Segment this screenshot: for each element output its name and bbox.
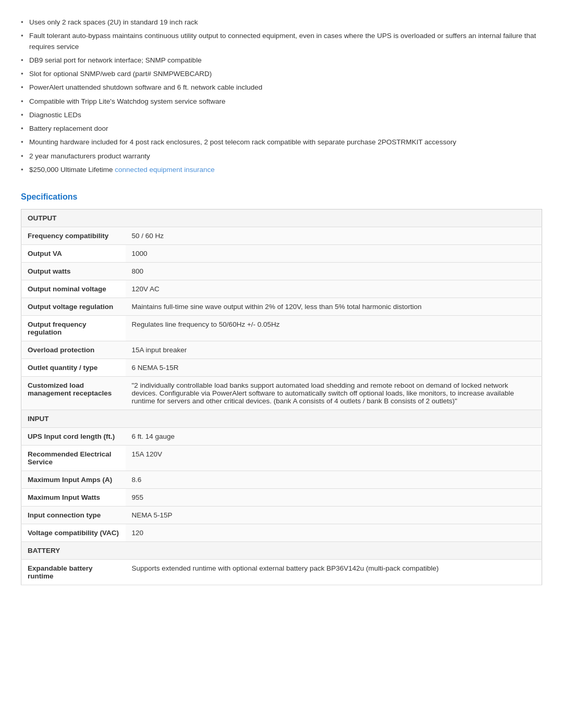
spec-value: 120V AC: [126, 280, 542, 298]
table-row: Input connection typeNEMA 5-15P: [21, 507, 542, 524]
spec-label: Output VA: [21, 245, 126, 263]
spec-value: NEMA 5-15P: [126, 507, 542, 524]
spec-label: Maximum Input Watts: [21, 489, 126, 507]
table-row: Expandable battery runtimeSupports exten…: [21, 560, 542, 585]
table-row: Output watts800: [21, 263, 542, 280]
bullet-item: $250,000 Ultimate Lifetime connected equ…: [21, 163, 542, 177]
spec-label: Recommended Electrical Service: [21, 446, 126, 471]
spec-value: 1000: [126, 245, 542, 263]
spec-value: Supports extended runtime with optional …: [126, 560, 542, 585]
section-header-cell: INPUT: [21, 410, 542, 428]
spec-value: 800: [126, 263, 542, 280]
spec-label: Voltage compatibility (VAC): [21, 524, 126, 542]
table-row: Maximum Input Amps (A)8.6: [21, 471, 542, 489]
table-row: Output VA1000: [21, 245, 542, 263]
table-row: UPS Input cord length (ft.)6 ft. 14 gaug…: [21, 428, 542, 446]
bullet-item: DB9 serial port for network interface; S…: [21, 54, 542, 67]
spec-label: Output nominal voltage: [21, 280, 126, 298]
spec-label: Output frequency regulation: [21, 316, 126, 341]
section-header-row: OUTPUT: [21, 209, 542, 227]
table-row: Frequency compatibility50 / 60 Hz: [21, 227, 542, 245]
spec-label: Input connection type: [21, 507, 126, 524]
specifications-heading: Specifications: [21, 192, 542, 202]
bullet-item: Battery replacement door: [21, 122, 542, 135]
bullet-item: Diagnostic LEDs: [21, 108, 542, 122]
spec-label: Frequency compatibility: [21, 227, 126, 245]
spec-value: Regulates line frequency to 50/60Hz +/- …: [126, 316, 542, 341]
spec-value: 6 ft. 14 gauge: [126, 428, 542, 446]
spec-value: 120: [126, 524, 542, 542]
spec-label: Expandable battery runtime: [21, 560, 126, 585]
bullet-item: Slot for optional SNMP/web card (part# S…: [21, 67, 542, 81]
spec-label: Maximum Input Amps (A): [21, 471, 126, 489]
spec-label: Customized load management receptacles: [21, 377, 126, 410]
spec-label: Overload protection: [21, 341, 126, 359]
table-row: Overload protection15A input breaker: [21, 341, 542, 359]
spec-value: Maintains full-time sine wave output wit…: [126, 298, 542, 316]
spec-label: Outlet quantity / type: [21, 359, 126, 377]
specifications-table: OUTPUTFrequency compatibility50 / 60 HzO…: [21, 209, 542, 585]
table-row: Output frequency regulationRegulates lin…: [21, 316, 542, 341]
spec-value: 15A input breaker: [126, 341, 542, 359]
table-row: Maximum Input Watts955: [21, 489, 542, 507]
table-row: Output voltage regulationMaintains full-…: [21, 298, 542, 316]
bullet-item: Uses only 2 rack spaces (2U) in standard…: [21, 16, 542, 29]
table-row: Recommended Electrical Service15A 120V: [21, 446, 542, 471]
bullet-item: 2 year manufacturers product warranty: [21, 150, 542, 163]
table-row: Voltage compatibility (VAC)120: [21, 524, 542, 542]
bullet-item: PowerAlert unattended shutdown software …: [21, 81, 542, 94]
bullet-item: Compatible with Tripp Lite's Watchdog sy…: [21, 95, 542, 108]
feature-list: Uses only 2 rack spaces (2U) in standard…: [21, 16, 542, 177]
table-row: Customized load management receptacles"2…: [21, 377, 542, 410]
section-header-cell: BATTERY: [21, 542, 542, 560]
table-row: Outlet quantity / type6 NEMA 5-15R: [21, 359, 542, 377]
section-header-row: BATTERY: [21, 542, 542, 560]
spec-value: 15A 120V: [126, 446, 542, 471]
spec-value: 8.6: [126, 471, 542, 489]
insurance-link[interactable]: connected equipment insurance: [115, 166, 214, 174]
bullet-item: Fault tolerant auto-bypass maintains con…: [21, 29, 542, 54]
spec-label: Output watts: [21, 263, 126, 280]
spec-value: 50 / 60 Hz: [126, 227, 542, 245]
spec-label: UPS Input cord length (ft.): [21, 428, 126, 446]
section-header-cell: OUTPUT: [21, 209, 542, 227]
bullet-item: Mounting hardware included for 4 post ra…: [21, 135, 542, 149]
section-header-row: INPUT: [21, 410, 542, 428]
spec-label: Output voltage regulation: [21, 298, 126, 316]
table-row: Output nominal voltage120V AC: [21, 280, 542, 298]
spec-value: "2 individually controllable load banks …: [126, 377, 542, 410]
spec-value: 955: [126, 489, 542, 507]
spec-value: 6 NEMA 5-15R: [126, 359, 542, 377]
